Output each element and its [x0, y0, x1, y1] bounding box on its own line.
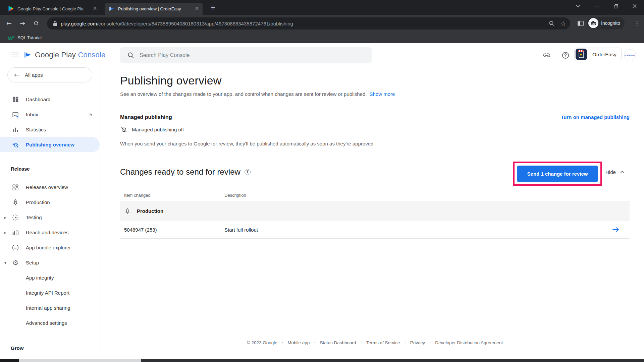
- horizontal-scrollbar: [0, 359, 644, 362]
- copyright-text: © 2023 Google: [247, 340, 277, 345]
- statistics-icon: [11, 126, 19, 134]
- rocket-icon: [124, 208, 131, 215]
- expand-right-icon[interactable]: ▸: [3, 215, 8, 220]
- footer-link-status-dashboard[interactable]: Status Dashboard: [320, 340, 356, 345]
- browser-menu-icon[interactable]: ⋮: [632, 18, 642, 28]
- managed-publishing-heading: Managed publishing: [120, 114, 172, 120]
- row-arrow-icon[interactable]: [612, 227, 620, 232]
- sidebar-item-dashboard[interactable]: Dashboard: [0, 92, 100, 107]
- table-group-row-production: Production: [120, 201, 630, 221]
- search-icon: [127, 52, 134, 59]
- group-label: Production: [137, 208, 163, 214]
- all-apps-button[interactable]: ← All apps: [7, 67, 92, 82]
- managed-publishing-status: Managed publishing off: [120, 126, 184, 133]
- sidebar-item-publishing-overview[interactable]: Publishing overview: [0, 137, 100, 152]
- sidebar-item-integrity-api-report[interactable]: Integrity API Report: [0, 285, 100, 300]
- changes-table: Item changed Description Production 5048…: [120, 189, 630, 239]
- show-more-link[interactable]: Show more: [369, 91, 395, 97]
- app-switcher[interactable]: OrderEasy: [574, 48, 622, 61]
- bookmark-star-icon[interactable]: ☆: [559, 19, 568, 28]
- restore-button[interactable]: [606, 0, 625, 12]
- sidebar-nav: ← All apps Dashboard Inbox 5 Statistics: [0, 67, 100, 354]
- table-header-row: Item changed Description: [120, 189, 630, 201]
- back-button[interactable]: ←: [4, 18, 14, 28]
- sidebar-item-app-bundle-explorer[interactable]: App bundle explorer: [0, 240, 100, 255]
- forward-button[interactable]: →: [17, 18, 28, 28]
- sidebar-item-statistics[interactable]: Statistics: [0, 122, 100, 137]
- tab-publishing-overview[interactable]: Publishing overview | OrderEasy ×: [105, 3, 203, 15]
- search-input[interactable]: [140, 52, 372, 58]
- footer-link-developer-distribution-agreement[interactable]: Developer Distribution Agreement: [435, 340, 503, 345]
- url-bar[interactable]: play.google.com/console/u/0/developers/8…: [47, 17, 570, 29]
- gear-icon: ⚙: [11, 259, 19, 267]
- expand-right-icon[interactable]: ▸: [3, 230, 8, 235]
- app-name: OrderEasy: [592, 52, 616, 57]
- table-row[interactable]: 5048947 (253) Start full rollout: [120, 221, 630, 239]
- tab-close-icon[interactable]: ×: [194, 6, 200, 12]
- dashboard-icon: [11, 96, 19, 104]
- tab-title: Publishing overview | OrderEasy: [118, 6, 191, 11]
- bookmark-label: SQL Tutorial: [17, 35, 42, 40]
- scrollbar-corner: [0, 359, 19, 362]
- close-window-button[interactable]: [625, 0, 644, 12]
- help-icon[interactable]: [561, 51, 570, 60]
- sidebar-item-testing[interactable]: ▸ Testing: [0, 210, 100, 225]
- zoom-out-icon[interactable]: [547, 19, 556, 28]
- url-domain: play.google.com: [61, 21, 97, 26]
- sidebar-item-production[interactable]: Production: [0, 195, 100, 210]
- url-text: play.google.com/console/u/0/developers/8…: [61, 21, 547, 26]
- sidebar-item-reach-and-devices[interactable]: ▸ Reach and devices: [0, 225, 100, 240]
- sidebar-item-setup[interactable]: ▾ ⚙ Setup: [0, 255, 100, 270]
- tab-search-chevron-icon[interactable]: [569, 0, 588, 12]
- footer-link-privacy[interactable]: Privacy: [410, 340, 425, 345]
- expand-down-icon[interactable]: ▾: [3, 260, 8, 265]
- sidebar-item-inbox[interactable]: Inbox 5: [0, 107, 100, 122]
- play-console-search[interactable]: [120, 47, 372, 63]
- w3schools-icon: W3: [8, 35, 14, 41]
- bookmark-sql-tutorial[interactable]: W3 SQL Tutorial: [8, 35, 42, 41]
- sidebar-item-advanced-settings[interactable]: Advanced settings: [0, 315, 100, 330]
- reload-button[interactable]: [31, 18, 41, 28]
- rocket-icon: [11, 198, 19, 206]
- minimize-button[interactable]: [588, 0, 606, 12]
- tab-google-play-console[interactable]: Google Play Console | Google Pla ×: [4, 3, 101, 15]
- link-icon[interactable]: [542, 51, 551, 60]
- release-section-label: Release: [0, 166, 100, 173]
- page-title: Publishing overview: [120, 74, 221, 87]
- sidebar-item-internal-app-sharing[interactable]: Internal app sharing: [0, 300, 100, 315]
- page-footer: © 2023 Google · Mobile app · Status Dash…: [120, 340, 630, 345]
- google-play-favicon: [8, 6, 14, 12]
- bookmarks-bar: W3 SQL Tutorial: [0, 32, 644, 43]
- sidebar-item-app-integrity[interactable]: App integrity: [0, 270, 100, 285]
- incognito-icon: [588, 18, 598, 28]
- cell-item-changed: 5048947 (253): [120, 227, 224, 233]
- publishing-overview-icon: [11, 141, 19, 149]
- sidebar-divider: [100, 67, 100, 350]
- tab-title: Google Play Console | Google Pla: [17, 6, 89, 11]
- side-panel-icon[interactable]: [576, 18, 586, 28]
- menu-hamburger-icon[interactable]: [11, 53, 19, 57]
- changes-ready-heading: Changes ready to send for review ?: [120, 167, 251, 177]
- hide-toggle[interactable]: Hide: [605, 169, 625, 175]
- horizontal-scrollbar-thumb[interactable]: [19, 359, 141, 362]
- incognito-label: Incognito: [601, 20, 620, 26]
- tab-close-icon[interactable]: ×: [92, 6, 98, 12]
- new-tab-button[interactable]: +: [209, 3, 217, 12]
- play-console-logotype[interactable]: Google Play Console: [35, 51, 106, 59]
- help-circle-icon[interactable]: ?: [245, 169, 251, 175]
- footer-link-terms-of-service[interactable]: Terms of Service: [366, 340, 400, 345]
- ordereasy-app-icon: [576, 49, 587, 60]
- section-divider: [120, 156, 630, 156]
- incognito-badge[interactable]: Incognito: [587, 17, 625, 29]
- account-avatar[interactable]: GOFRUGAL: [624, 49, 636, 61]
- browser-toolbar: ← → play.google.com/console/u/0/develope…: [0, 15, 644, 32]
- lock-icon: [53, 21, 57, 26]
- turn-on-managed-publishing-link[interactable]: Turn on managed publishing: [561, 114, 630, 120]
- send-for-review-button[interactable]: Send 1 change for review: [517, 166, 598, 182]
- cell-description: Start full rollout: [224, 227, 612, 233]
- sidebar-item-releases-overview[interactable]: Releases overview: [0, 180, 100, 195]
- url-path: /console/u/0/developers/8473589504080180…: [97, 21, 293, 26]
- footer-link-mobile-app[interactable]: Mobile app: [287, 340, 310, 345]
- managed-publishing-description: When you send your changes to Google for…: [120, 141, 373, 146]
- browser-tab-strip: Google Play Console | Google Pla × Publi…: [0, 0, 644, 15]
